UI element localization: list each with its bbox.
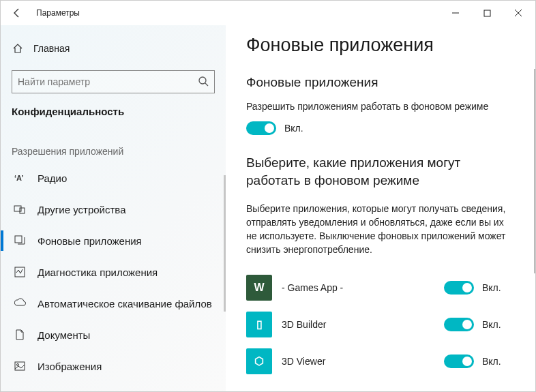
- search-box[interactable]: [12, 70, 215, 93]
- sidebar-item-auto-downloads[interactable]: Автоматическое скачивание файлов: [1, 288, 226, 319]
- section1-heading: Фоновые приложения: [246, 75, 512, 90]
- sidebar-item-app-diagnostics[interactable]: Диагностика приложения: [1, 256, 226, 288]
- svg-rect-7: [15, 236, 22, 243]
- app-icon: ▯: [246, 312, 272, 337]
- app-toggle[interactable]: [444, 355, 474, 368]
- svg-text:‘A’: ‘A’: [14, 174, 23, 182]
- diagnostics-icon: [13, 265, 27, 279]
- svg-point-10: [17, 364, 19, 366]
- window-title: Параметры: [36, 8, 80, 18]
- app-row: ⬡ 3D Viewer Вкл.: [246, 343, 512, 380]
- sidebar-item-documents[interactable]: Документы: [1, 319, 226, 350]
- svg-rect-1: [484, 10, 490, 16]
- close-button[interactable]: [503, 1, 534, 25]
- app-name: 3D Viewer: [282, 356, 434, 367]
- app-icon: W: [246, 275, 272, 301]
- sidebar-item-label: Фоновые приложения: [38, 235, 142, 247]
- sidebar-item-label: Автоматическое скачивание файлов: [38, 298, 212, 310]
- master-toggle[interactable]: [246, 121, 276, 135]
- sidebar-item-label: Радио: [38, 172, 67, 184]
- app-name: 3D Builder: [282, 319, 434, 330]
- back-button[interactable]: [2, 1, 32, 25]
- sidebar-item-label: Документы: [38, 329, 90, 341]
- app-toggle-label: Вкл.: [482, 356, 501, 367]
- sidebar-item-radio[interactable]: ‘A’ Радио: [1, 162, 226, 194]
- search-icon: [198, 76, 209, 89]
- app-toggle-label: Вкл.: [482, 319, 501, 330]
- background-apps-icon: [13, 234, 27, 247]
- app-toggle[interactable]: [444, 318, 474, 331]
- svg-line-3: [205, 83, 208, 86]
- sidebar-item-other-devices[interactable]: Другие устройства: [1, 194, 226, 225]
- app-row: ▯ 3D Builder Вкл.: [246, 306, 512, 343]
- sidebar-group-label: Разрешения приложений: [1, 130, 226, 162]
- sidebar-item-background-apps[interactable]: Фоновые приложения: [1, 225, 226, 256]
- section2-heading: Выберите, какие приложения могут работат…: [246, 154, 512, 189]
- page-title: Фоновые приложения: [246, 35, 512, 56]
- cloud-download-icon: [13, 297, 27, 310]
- section1-description: Разрешить приложениям работать в фоновом…: [246, 100, 512, 113]
- documents-icon: [13, 328, 27, 342]
- maximize-button[interactable]: [471, 1, 503, 25]
- radio-icon: ‘A’: [13, 171, 27, 185]
- sidebar-home-label: Главная: [33, 43, 70, 54]
- app-icon: ⬡: [246, 348, 272, 374]
- app-name: - Games App -: [282, 282, 434, 293]
- sidebar-item-label: Изображения: [38, 361, 102, 372]
- sidebar-item-label: Диагностика приложения: [38, 267, 158, 278]
- home-icon: [12, 43, 24, 54]
- app-toggle[interactable]: [444, 281, 474, 295]
- content-scrollbar[interactable]: [534, 69, 535, 273]
- app-toggle-label: Вкл.: [482, 282, 501, 293]
- sidebar-home[interactable]: Главная: [1, 36, 226, 61]
- minimize-button[interactable]: [440, 1, 471, 25]
- sidebar: Главная Конфиденциальность Разрешения пр…: [1, 25, 226, 392]
- master-toggle-row: Вкл.: [246, 121, 512, 135]
- sidebar-item-pictures[interactable]: Изображения: [1, 350, 226, 382]
- titlebar: Параметры: [1, 1, 535, 25]
- sidebar-item-label: Другие устройства: [38, 204, 125, 215]
- sidebar-nav-list: ‘A’ Радио Другие устройства Фоновые прил…: [1, 162, 226, 382]
- section2-description: Выберите приложения, которые могут получ…: [246, 202, 512, 257]
- sidebar-current-section: Конфиденциальность: [1, 106, 226, 130]
- svg-point-2: [199, 77, 206, 84]
- pictures-icon: [13, 359, 27, 373]
- svg-rect-6: [20, 208, 25, 213]
- master-toggle-label: Вкл.: [284, 123, 303, 134]
- search-input[interactable]: [18, 76, 198, 87]
- app-row: W - Games App - Вкл.: [246, 269, 512, 306]
- devices-icon: [13, 202, 27, 216]
- content-pane: Фоновые приложения Фоновые приложения Ра…: [226, 25, 535, 392]
